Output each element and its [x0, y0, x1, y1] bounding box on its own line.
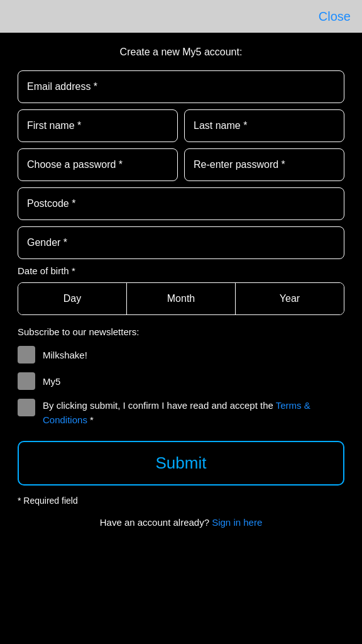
- top-bar: Close: [0, 0, 362, 33]
- page-title: Create a new My5 account:: [18, 47, 344, 58]
- terms-row: By clicking submit, I confirm I have rea…: [18, 399, 344, 427]
- submit-button[interactable]: Submit: [18, 441, 344, 486]
- password-row: [18, 148, 344, 181]
- dob-selector: Day Month Year: [18, 282, 344, 315]
- my5-label: My5: [43, 376, 60, 387]
- main-content: Create a new My5 account: Date of birth …: [0, 47, 362, 558]
- newsletter-label: Subscribe to our newsletters:: [18, 326, 344, 337]
- dob-month-button[interactable]: Month: [127, 283, 236, 314]
- dob-label: Date of birth *: [18, 265, 344, 276]
- last-name-field[interactable]: [184, 109, 344, 142]
- my5-checkbox[interactable]: [18, 372, 35, 390]
- postcode-field[interactable]: [18, 187, 344, 220]
- email-field[interactable]: [18, 70, 344, 103]
- first-name-field[interactable]: [18, 109, 178, 142]
- milkshake-label: Milkshake!: [43, 350, 87, 360]
- sign-in-link[interactable]: Sign in here: [212, 517, 262, 528]
- milkshake-checkbox[interactable]: [18, 346, 35, 364]
- password-field[interactable]: [18, 148, 178, 181]
- footer: Have an account already? Sign in here: [18, 517, 344, 540]
- name-row: [18, 109, 344, 142]
- close-button[interactable]: Close: [319, 9, 351, 24]
- gender-field[interactable]: [18, 226, 344, 259]
- dob-day-button[interactable]: Day: [18, 283, 127, 314]
- milkshake-checkbox-row: Milkshake!: [18, 346, 344, 364]
- terms-text: By clicking submit, I confirm I have rea…: [43, 399, 344, 427]
- reenter-password-field[interactable]: [184, 148, 344, 181]
- my5-checkbox-row: My5: [18, 372, 344, 390]
- terms-checkbox[interactable]: [18, 399, 35, 416]
- required-note: * Required field: [18, 496, 344, 506]
- dob-year-button[interactable]: Year: [236, 283, 344, 314]
